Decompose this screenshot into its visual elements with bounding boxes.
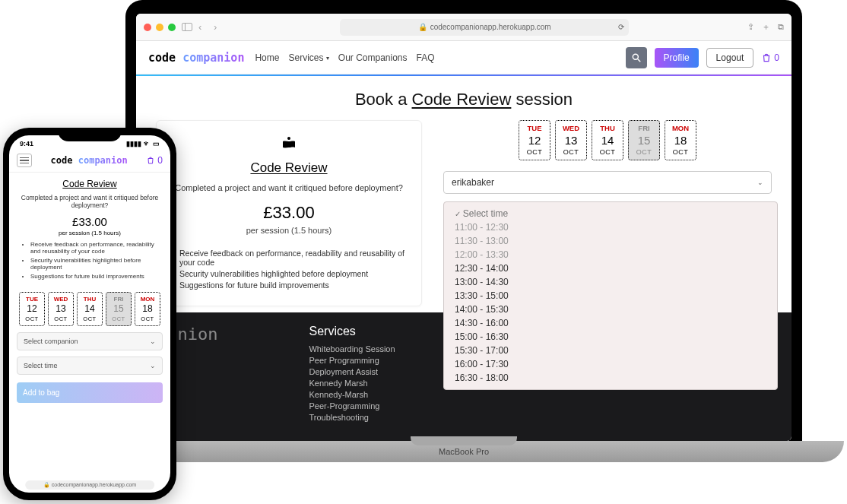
sidebar-toggle-icon[interactable] bbox=[182, 23, 192, 31]
new-tab-icon[interactable]: ＋ bbox=[762, 21, 770, 33]
tabs-icon[interactable]: ⧉ bbox=[778, 22, 784, 32]
page-title: Book a Code Review session bbox=[136, 76, 791, 120]
wifi-icon: ᯤ bbox=[144, 140, 151, 147]
page-content: code companion Home Services ▾ Our Compa… bbox=[136, 41, 791, 441]
time-option[interactable]: 13:30 - 15:00 bbox=[444, 289, 777, 303]
date-option[interactable]: WED13OCT bbox=[48, 292, 74, 326]
time-option[interactable]: 15:30 - 17:00 bbox=[444, 344, 777, 357]
maximize-window-icon[interactable] bbox=[168, 24, 176, 31]
svg-point-0 bbox=[633, 54, 638, 59]
phone-time-select[interactable]: Select time ⌄ bbox=[17, 357, 163, 375]
brand-companion: companion bbox=[182, 51, 244, 65]
phone-card-bullet: Receive feedback on performance, readabi… bbox=[30, 241, 158, 255]
phone-screen: 9:41 ▮▮▮▮ ᯤ ▭ code companion 0 Code Revi… bbox=[9, 135, 170, 493]
time-dropdown[interactable]: Select time 11:00 - 12:3011:30 - 13:0012… bbox=[443, 201, 778, 390]
date-option[interactable]: MON18OCT bbox=[665, 120, 696, 160]
date-option: FRI15OCT bbox=[106, 292, 132, 326]
card-bullet: Suggestions for future build improvement… bbox=[179, 281, 411, 290]
phone-bag-indicator[interactable]: 0 bbox=[146, 155, 163, 166]
hamburger-menu-icon[interactable] bbox=[17, 154, 32, 167]
time-option[interactable]: 14:00 - 15:30 bbox=[444, 303, 777, 316]
phone-bag-count: 0 bbox=[157, 155, 163, 166]
share-icon[interactable]: ⇪ bbox=[747, 22, 754, 32]
chevron-down-icon: ⌄ bbox=[150, 362, 156, 369]
phone-card-title: Code Review bbox=[18, 179, 161, 189]
lock-icon: 🔒 bbox=[418, 23, 427, 31]
service-card: Code Review Completed a project and want… bbox=[156, 120, 422, 306]
date-option[interactable]: THU14OCT bbox=[592, 120, 623, 160]
laptop-label: MacBook Pro bbox=[439, 447, 489, 456]
reload-icon[interactable]: ⟳ bbox=[618, 23, 624, 31]
reader-icon bbox=[167, 135, 411, 156]
bag-indicator[interactable]: 0 bbox=[761, 52, 779, 63]
phone-card-bullet: Security vulnerabilities highlighted bef… bbox=[30, 257, 158, 271]
time-option: 11:30 - 13:00 bbox=[444, 234, 777, 248]
laptop-bezel: ‹ › 🔒 codecompanionapp.herokuapp.com ⟳ ⇪… bbox=[125, 0, 802, 441]
phone-notch bbox=[58, 128, 122, 141]
time-placeholder-option[interactable]: Select time bbox=[444, 207, 777, 220]
time-option[interactable]: 16:00 - 17:30 bbox=[444, 357, 777, 371]
date-option: FRI15OCT bbox=[628, 120, 660, 160]
date-option[interactable]: MON18OCT bbox=[135, 292, 160, 326]
laptop-screen: ‹ › 🔒 codecompanionapp.herokuapp.com ⟳ ⇪… bbox=[136, 14, 791, 441]
nav-home[interactable]: Home bbox=[255, 52, 279, 63]
profile-button[interactable]: Profile bbox=[655, 48, 699, 68]
date-option[interactable]: WED13OCT bbox=[555, 120, 587, 160]
card-bullets: Receive feedback on performance, readabi… bbox=[167, 249, 411, 290]
footer-service-link[interactable]: Peer Programming bbox=[309, 356, 395, 365]
brand-logo[interactable]: code companion bbox=[148, 51, 244, 65]
nav-links: Home Services ▾ Our Companions FAQ bbox=[255, 52, 434, 63]
card-bullet: Security vulnerabilities highlighted bef… bbox=[179, 269, 411, 278]
time-option[interactable]: 13:00 - 14:30 bbox=[444, 275, 777, 289]
brand-code: code bbox=[148, 51, 176, 65]
companion-select[interactable]: erikabaker ⌄ bbox=[443, 171, 772, 194]
nav-faq[interactable]: FAQ bbox=[417, 52, 435, 63]
nav-services[interactable]: Services ▾ bbox=[288, 52, 328, 63]
footer-service-link[interactable]: Kennedy Marsh bbox=[309, 379, 395, 388]
phone-url-bar[interactable]: 🔒 codecompanionapp.herokuapp.com bbox=[25, 480, 154, 490]
date-option[interactable]: TUE12OCT bbox=[519, 120, 550, 160]
time-option: 12:00 - 13:30 bbox=[444, 248, 777, 262]
time-option[interactable]: 14:30 - 16:00 bbox=[444, 316, 777, 330]
phone-card-bullet: Suggestions for future build improvement… bbox=[30, 273, 158, 280]
signal-icon: ▮▮▮▮ bbox=[126, 140, 141, 147]
date-option[interactable]: TUE12OCT bbox=[19, 292, 45, 326]
url-bar[interactable]: 🔒 codecompanionapp.herokuapp.com ⟳ bbox=[340, 19, 629, 36]
phone-companion-placeholder: Select companion bbox=[24, 338, 78, 345]
nav-our-companions[interactable]: Our Companions bbox=[338, 52, 408, 63]
search-icon bbox=[631, 52, 642, 63]
laptop-base: MacBook Pro bbox=[84, 441, 844, 462]
close-window-icon[interactable] bbox=[144, 24, 151, 31]
chevron-down-icon: ⌄ bbox=[757, 179, 763, 186]
svg-point-2 bbox=[287, 137, 290, 140]
time-option[interactable]: 16:30 - 18:00 bbox=[444, 371, 777, 385]
battery-icon: ▭ bbox=[153, 140, 160, 147]
footer-service-link[interactable]: Peer-Programming bbox=[309, 401, 395, 410]
window-controls[interactable] bbox=[144, 24, 176, 31]
phone-card-subtitle: Completed a project and want it critique… bbox=[18, 194, 161, 209]
logout-button[interactable]: Logout bbox=[706, 48, 754, 68]
phone-brand-logo[interactable]: code companion bbox=[51, 155, 128, 166]
footer-service-link[interactable]: Troubleshooting bbox=[309, 413, 395, 422]
svg-line-1 bbox=[637, 59, 640, 62]
footer-service-link[interactable]: Whiteboarding Session bbox=[309, 344, 395, 353]
chevron-down-icon: ▾ bbox=[326, 55, 329, 62]
footer-service-link[interactable]: Kennedy-Marsh bbox=[309, 390, 395, 399]
time-option: 11:00 - 12:30 bbox=[444, 220, 777, 234]
phone-companion-select[interactable]: Select companion ⌄ bbox=[17, 332, 163, 350]
date-picker-row: TUE12OCTWED13OCTTHU14OCTFRI15OCTMON18OCT bbox=[443, 120, 772, 160]
footer-service-link[interactable]: Deployment Assist bbox=[309, 367, 395, 376]
time-option[interactable]: 12:30 - 14:00 bbox=[444, 262, 777, 275]
chevron-down-icon: ⌄ bbox=[150, 338, 156, 345]
phone-card-per: per session (1.5 hours) bbox=[18, 230, 161, 236]
date-option[interactable]: THU14OCT bbox=[77, 292, 103, 326]
companion-selected-value: erikabaker bbox=[452, 177, 494, 188]
card-price: £33.00 bbox=[167, 203, 411, 223]
browser-back-forward[interactable]: ‹ › bbox=[198, 21, 221, 33]
add-to-bag-button[interactable]: Add to bag bbox=[17, 382, 163, 403]
search-button[interactable] bbox=[626, 47, 647, 68]
card-bullet: Receive feedback on performance, readabi… bbox=[179, 249, 411, 267]
time-option[interactable]: 15:00 - 16:30 bbox=[444, 330, 777, 344]
bag-icon bbox=[761, 52, 772, 63]
minimize-window-icon[interactable] bbox=[156, 24, 163, 31]
